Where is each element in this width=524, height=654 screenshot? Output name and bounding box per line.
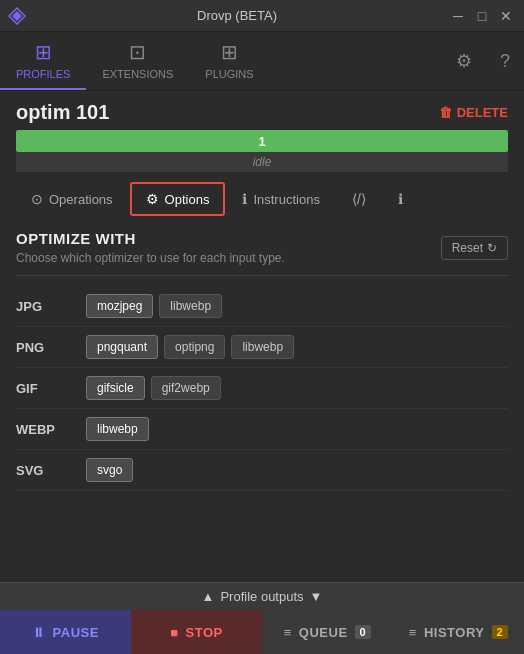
section-subtitle: Choose which optimizer to use for each i… xyxy=(16,251,285,265)
info-tab-icon: ℹ xyxy=(398,191,403,207)
optimizer-options-webp: libwebp xyxy=(86,417,149,441)
nav-label-plugins: PLUGINS xyxy=(205,68,253,80)
optimizer-label-png: PNG xyxy=(16,340,86,355)
opt-btn-mozjpeg[interactable]: mozjpeg xyxy=(86,294,153,318)
optimizer-options-jpg: mozjpeg libwebp xyxy=(86,294,222,318)
code-tab-icon: ⟨/⟩ xyxy=(352,191,366,207)
window-title: Drovp (BETA) xyxy=(26,8,448,23)
optimizer-row-png: PNG pngquant optipng libwebp xyxy=(16,327,508,368)
stop-icon: ■ xyxy=(170,625,178,640)
help-button[interactable]: ? xyxy=(486,32,524,90)
optimizer-row-gif: GIF gifsicle gif2webp xyxy=(16,368,508,409)
profiles-icon: ⊞ xyxy=(35,40,52,64)
reset-button[interactable]: Reset ↻ xyxy=(441,236,508,260)
opt-btn-pngquant[interactable]: pngquant xyxy=(86,335,158,359)
title-bar: Drovp (BETA) ─ □ ✕ xyxy=(0,0,524,32)
progress-bar-fill: 1 xyxy=(16,130,508,152)
optimizer-row-svg: SVG svgo xyxy=(16,450,508,491)
action-bar: ⏸ PAUSE ■ STOP ≡ QUEUE 0 ≡ HISTORY 2 xyxy=(0,610,524,654)
progress-bar-container: 1 xyxy=(16,130,508,152)
app-logo xyxy=(8,7,26,25)
chevron-down-icon: ▼ xyxy=(310,589,323,604)
optimizer-options-png: pngquant optipng libwebp xyxy=(86,335,294,359)
nav-item-plugins[interactable]: ⊞ PLUGINS xyxy=(189,32,269,90)
opt-btn-libwebp-webp[interactable]: libwebp xyxy=(86,417,149,441)
opt-btn-libwebp-png[interactable]: libwebp xyxy=(231,335,294,359)
main-nav: ⊞ PROFILES ⊡ EXTENSIONS ⊞ PLUGINS ⚙ ? xyxy=(0,32,524,91)
opt-btn-optipng[interactable]: optipng xyxy=(164,335,225,359)
queue-button[interactable]: ≡ QUEUE 0 xyxy=(262,610,393,654)
opt-btn-gifsicle[interactable]: gifsicle xyxy=(86,376,145,400)
tab-info[interactable]: ℹ xyxy=(383,182,418,216)
minimize-button[interactable]: ─ xyxy=(448,6,468,26)
chevron-up-icon: ▲ xyxy=(202,589,215,604)
operations-tab-icon: ⊙ xyxy=(31,191,43,207)
nav-item-extensions[interactable]: ⊡ EXTENSIONS xyxy=(86,32,189,90)
plugins-icon: ⊞ xyxy=(221,40,238,64)
pause-icon: ⏸ xyxy=(32,625,46,640)
section-title: OPTIMIZE WITH xyxy=(16,230,285,247)
profile-header: optim 101 🗑 DELETE xyxy=(0,91,524,130)
options-tab-icon: ⚙ xyxy=(146,191,159,207)
tab-instructions[interactable]: ℹ Instructions xyxy=(227,182,334,216)
pause-button[interactable]: ⏸ PAUSE xyxy=(0,610,131,654)
history-button[interactable]: ≡ HISTORY 2 xyxy=(393,610,524,654)
window-controls: ─ □ ✕ xyxy=(448,6,516,26)
maximize-button[interactable]: □ xyxy=(472,6,492,26)
section-header: OPTIMIZE WITH Choose which optimizer to … xyxy=(16,230,508,265)
reset-icon: ↻ xyxy=(487,241,497,255)
logo-icon xyxy=(8,7,26,25)
settings-button[interactable]: ⚙ xyxy=(442,32,486,90)
stop-button[interactable]: ■ STOP xyxy=(131,610,262,654)
instructions-tab-icon: ℹ xyxy=(242,191,247,207)
tab-options[interactable]: ⚙ Options xyxy=(130,182,226,216)
tabs-container: ⊙ Operations ⚙ Options ℹ Instructions ⟨/… xyxy=(16,182,508,216)
nav-label-profiles: PROFILES xyxy=(16,68,70,80)
opt-btn-svgo[interactable]: svgo xyxy=(86,458,133,482)
nav-label-extensions: EXTENSIONS xyxy=(102,68,173,80)
queue-badge: 0 xyxy=(355,625,372,639)
history-badge: 2 xyxy=(492,625,509,639)
opt-btn-libwebp-jpg[interactable]: libwebp xyxy=(159,294,222,318)
queue-icon: ≡ xyxy=(284,625,292,640)
opt-btn-gif2webp[interactable]: gif2webp xyxy=(151,376,221,400)
nav-item-profiles[interactable]: ⊞ PROFILES xyxy=(0,32,86,90)
section-divider xyxy=(16,275,508,276)
tab-code[interactable]: ⟨/⟩ xyxy=(337,182,381,216)
content-area: OPTIMIZE WITH Choose which optimizer to … xyxy=(0,216,524,491)
optimizer-row-webp: WEBP libwebp xyxy=(16,409,508,450)
optimizer-options-gif: gifsicle gif2webp xyxy=(86,376,221,400)
profile-outputs-label: Profile outputs xyxy=(220,589,303,604)
delete-button[interactable]: 🗑 DELETE xyxy=(439,105,508,120)
optimizer-label-svg: SVG xyxy=(16,463,86,478)
profile-outputs-bar[interactable]: ▲ Profile outputs ▼ xyxy=(0,582,524,610)
optimizer-label-webp: WEBP xyxy=(16,422,86,437)
profile-name: optim 101 xyxy=(16,101,109,124)
close-button[interactable]: ✕ xyxy=(496,6,516,26)
trash-icon: 🗑 xyxy=(439,105,452,120)
bottom-bar: ▲ Profile outputs ▼ ⏸ PAUSE ■ STOP ≡ QUE… xyxy=(0,582,524,654)
history-icon: ≡ xyxy=(409,625,417,640)
tab-operations[interactable]: ⊙ Operations xyxy=(16,182,128,216)
optimizer-options-svg: svgo xyxy=(86,458,133,482)
optimizer-row-jpg: JPG mozjpeg libwebp xyxy=(16,286,508,327)
extensions-icon: ⊡ xyxy=(129,40,146,64)
optimizer-label-jpg: JPG xyxy=(16,299,86,314)
status-bar: idle xyxy=(16,152,508,172)
optimizer-label-gif: GIF xyxy=(16,381,86,396)
